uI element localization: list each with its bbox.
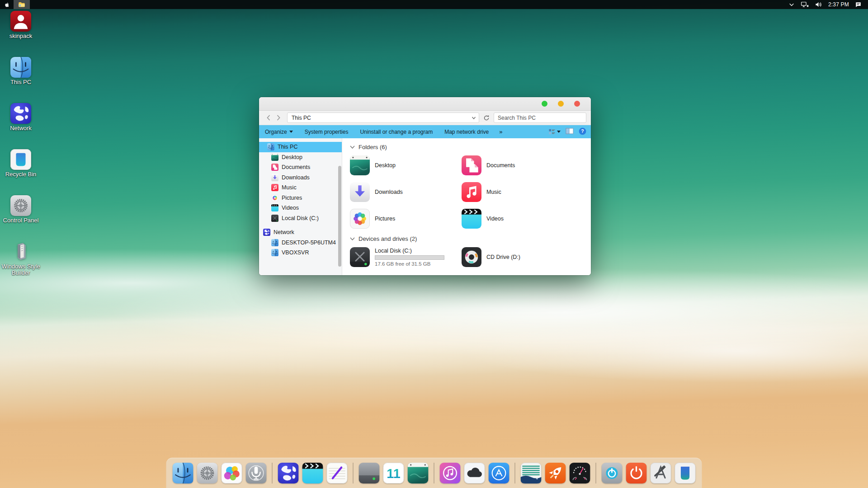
desktop-icon-column: skinpack This PC Network Recycle Bin Con… bbox=[0, 11, 42, 287]
dock: 11 bbox=[166, 458, 702, 488]
address-bar[interactable]: This PC bbox=[287, 113, 479, 123]
sidebar-item-desktop[interactable]: Desktop bbox=[259, 152, 342, 163]
desktop-icon-recycle-bin[interactable]: Recycle Bin bbox=[0, 149, 42, 195]
dock-item-finder[interactable] bbox=[173, 463, 193, 483]
documents-icon bbox=[271, 164, 278, 171]
sidebar-item-network[interactable]: Network bbox=[259, 227, 342, 238]
dock-item-hard-drive[interactable] bbox=[359, 463, 380, 483]
change-view-button[interactable] bbox=[548, 128, 561, 135]
dock-item-blinds[interactable] bbox=[521, 463, 542, 483]
svg-text:11: 11 bbox=[387, 466, 400, 480]
hidden-icons-chevron-icon[interactable] bbox=[788, 2, 795, 7]
sidebar-item-pictures[interactable]: Pictures bbox=[259, 193, 342, 203]
dock-item-dev-tools[interactable] bbox=[651, 463, 671, 483]
desktop-icon bbox=[408, 477, 429, 485]
collapse-chevron-icon[interactable] bbox=[350, 145, 355, 149]
desktop-icon-label: Recycle Bin bbox=[5, 171, 37, 178]
dock-separator bbox=[272, 463, 273, 483]
dock-item-game-center[interactable] bbox=[222, 463, 242, 483]
file-item-videos[interactable]: Videos bbox=[462, 208, 573, 229]
toolbar-button-system-properties[interactable]: System properties bbox=[299, 125, 354, 138]
finder-icon bbox=[271, 249, 278, 256]
file-item-documents[interactable]: Documents bbox=[462, 155, 573, 176]
preview-pane-button[interactable] bbox=[566, 128, 574, 136]
desktop-icon-label: This PC bbox=[10, 79, 31, 85]
file-item-music[interactable]: Music bbox=[462, 182, 573, 202]
videos-icon bbox=[302, 477, 323, 485]
desktop-icon-windows-style-builder[interactable]: Windows Style Builder bbox=[0, 241, 42, 287]
desktop-icon-network[interactable]: Network bbox=[0, 103, 42, 149]
network-tray-icon[interactable] bbox=[801, 1, 809, 8]
organize-menu-button[interactable]: Organize bbox=[259, 125, 299, 138]
search-input[interactable] bbox=[494, 113, 586, 123]
file-item-desktop[interactable]: Desktop bbox=[350, 155, 462, 176]
toolbar-button-map-network-drive[interactable]: Map network drive bbox=[439, 125, 495, 138]
sidebar-item-desktop-5p6utm4[interactable]: DESKTOP-5P6UTM4 bbox=[259, 238, 342, 248]
music-icon bbox=[271, 184, 278, 191]
trash-icon bbox=[675, 477, 696, 485]
dock-item-settings[interactable] bbox=[197, 463, 218, 483]
file-item-cd-drive-d[interactable]: CD Drive (D:) bbox=[462, 247, 573, 267]
volume-icon[interactable] bbox=[815, 1, 822, 8]
skinpack-icon bbox=[10, 11, 31, 32]
dock-item-shutdown[interactable] bbox=[626, 463, 647, 483]
sidebar-item-label: This PC bbox=[278, 144, 297, 150]
dock-item-siri[interactable] bbox=[246, 463, 267, 483]
maximize-button[interactable] bbox=[558, 101, 564, 107]
sidebar-item-this-pc[interactable]: This PC bbox=[259, 142, 342, 152]
active-app-file-explorer[interactable] bbox=[14, 0, 30, 9]
desktop-icon-skinpack[interactable]: skinpack bbox=[0, 11, 42, 57]
file-item-local-disk-c[interactable]: Local Disk (C:) 17.6 GB free of 31.5 GB bbox=[350, 247, 462, 267]
help-button[interactable]: ? bbox=[579, 127, 586, 136]
dock-item-eleven[interactable]: 11 bbox=[383, 463, 404, 483]
dock-item-itunes[interactable] bbox=[440, 463, 461, 483]
dock-separator bbox=[353, 463, 354, 483]
address-dropdown-chevron-icon[interactable] bbox=[472, 115, 476, 121]
toolbar-overflow-chevron[interactable]: » bbox=[495, 125, 507, 138]
siri-icon bbox=[246, 477, 267, 485]
dock-item-app-store[interactable] bbox=[489, 463, 509, 483]
dock-item-desktop[interactable] bbox=[408, 463, 429, 483]
sidebar-item-label: Local Disk (C:) bbox=[282, 215, 319, 221]
finder-icon bbox=[10, 57, 31, 78]
settings-icon bbox=[197, 477, 218, 485]
minimize-button[interactable] bbox=[542, 101, 547, 107]
eleven-icon: 11 bbox=[383, 477, 404, 485]
views-icon bbox=[548, 128, 556, 135]
file-item-label: Documents bbox=[486, 162, 515, 169]
sidebar-item-downloads[interactable]: Downloads bbox=[259, 173, 342, 183]
apple-logo-icon[interactable] bbox=[0, 2, 14, 8]
dock-item-globe[interactable] bbox=[278, 463, 299, 483]
dock-item-notes[interactable] bbox=[327, 463, 348, 483]
sidebar-scrollbar[interactable] bbox=[338, 166, 341, 267]
dock-item-launchpad[interactable] bbox=[545, 463, 566, 483]
close-button[interactable] bbox=[574, 101, 580, 107]
sidebar-item-label: Videos bbox=[282, 205, 299, 211]
back-button[interactable] bbox=[264, 113, 274, 123]
finder-icon bbox=[173, 477, 193, 485]
file-item-downloads[interactable]: Downloads bbox=[350, 182, 462, 202]
collapse-chevron-icon[interactable] bbox=[350, 237, 355, 240]
sidebar-item-music[interactable]: Music bbox=[259, 183, 342, 193]
dock-item-videos[interactable] bbox=[302, 463, 323, 483]
sidebar-item-vboxsvr[interactable]: VBOXSVR bbox=[259, 248, 342, 258]
action-center-icon[interactable] bbox=[855, 1, 862, 8]
titlebar[interactable] bbox=[259, 97, 591, 111]
forward-button[interactable] bbox=[274, 113, 283, 123]
dock-item-trash[interactable] bbox=[675, 463, 696, 483]
cd-drive-icon bbox=[462, 247, 481, 267]
toolbar-button-uninstall-or-change-a-program[interactable]: Uninstall or change a program bbox=[354, 125, 439, 138]
dock-item-sleep[interactable] bbox=[602, 463, 623, 483]
sidebar-item-documents[interactable]: Documents bbox=[259, 162, 342, 173]
section-title: Devices and drives (2) bbox=[359, 235, 417, 242]
sidebar-item-local-disk-c[interactable]: Local Disk (C:) bbox=[259, 213, 342, 224]
desktop-icon-control-panel[interactable]: Control Panel bbox=[0, 195, 42, 241]
sidebar-item-videos[interactable]: Videos bbox=[259, 203, 342, 213]
refresh-button[interactable] bbox=[482, 113, 491, 122]
desktop-icon-this-pc[interactable]: This PC bbox=[0, 57, 42, 103]
file-item-pictures[interactable]: Pictures bbox=[350, 208, 462, 229]
sidebar-item-label: VBOXSVR bbox=[282, 249, 309, 256]
dock-item-dashboard[interactable] bbox=[570, 463, 590, 483]
dock-item-icloud[interactable] bbox=[464, 463, 485, 483]
globe-icon bbox=[278, 477, 299, 485]
